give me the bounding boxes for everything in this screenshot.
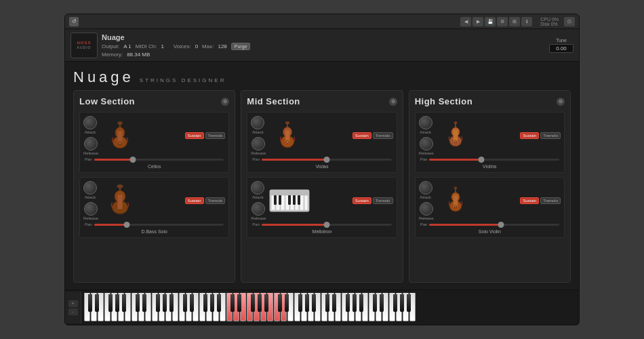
solo-violin-tremolo-btn[interactable]: Tremolo bbox=[540, 197, 561, 204]
white-key[interactable] bbox=[138, 293, 144, 321]
white-key[interactable] bbox=[111, 293, 117, 321]
solo-violin-pan-slider[interactable] bbox=[429, 224, 559, 226]
settings-btn[interactable]: ⚙ bbox=[497, 17, 508, 26]
mellotron-attack-knob[interactable] bbox=[251, 181, 264, 195]
purge-button[interactable]: Purge bbox=[231, 43, 251, 50]
white-key[interactable] bbox=[328, 293, 334, 321]
white-key[interactable] bbox=[308, 293, 314, 321]
piano-down-btn[interactable]: - bbox=[68, 308, 78, 315]
violins-slider-thumb[interactable] bbox=[479, 157, 485, 163]
white-key[interactable] bbox=[362, 293, 368, 321]
violas-attack-knob[interactable] bbox=[251, 116, 264, 129]
dbass-tremolo-btn[interactable]: Tremolo bbox=[205, 197, 226, 204]
mellotron-slider-thumb[interactable] bbox=[323, 222, 329, 228]
expand-btn[interactable]: ⊡ bbox=[564, 17, 575, 26]
dbass-attack-knob[interactable] bbox=[83, 181, 97, 195]
white-key[interactable] bbox=[301, 293, 307, 321]
white-key[interactable] bbox=[267, 293, 273, 321]
info-btn[interactable]: ℹ bbox=[521, 17, 532, 26]
tune-display[interactable]: 0.00 bbox=[549, 44, 573, 53]
white-key[interactable] bbox=[355, 293, 361, 321]
white-key[interactable] bbox=[233, 293, 239, 321]
cellos-release-knob[interactable] bbox=[84, 137, 98, 151]
cellos-tremolo-btn[interactable]: Tremolo bbox=[205, 132, 226, 139]
mellotron-release-knob[interactable] bbox=[251, 202, 265, 216]
violins-pan-slider[interactable] bbox=[429, 159, 559, 161]
white-key[interactable] bbox=[104, 293, 110, 321]
solo-violin-slider-thumb[interactable] bbox=[498, 222, 504, 228]
white-key[interactable] bbox=[294, 293, 300, 321]
solo-violin-sustain-btn[interactable]: Sustain bbox=[520, 197, 539, 204]
white-key[interactable] bbox=[125, 293, 131, 321]
white-key[interactable] bbox=[403, 293, 409, 321]
white-key[interactable] bbox=[342, 293, 348, 321]
white-key[interactable] bbox=[240, 293, 246, 321]
refresh-icon[interactable]: ↺ bbox=[69, 17, 79, 26]
white-key[interactable] bbox=[199, 293, 205, 321]
piano-up-btn[interactable]: + bbox=[68, 300, 78, 307]
violas-tremolo-btn[interactable]: Tremolo bbox=[373, 132, 393, 139]
dbass-pan-slider[interactable] bbox=[94, 224, 224, 226]
solo-violin-attack-knob[interactable] bbox=[419, 181, 432, 195]
white-key[interactable] bbox=[226, 293, 233, 321]
white-key[interactable] bbox=[382, 293, 388, 321]
white-key[interactable] bbox=[335, 293, 341, 321]
cellos-slider-thumb[interactable] bbox=[130, 157, 136, 163]
white-key[interactable] bbox=[159, 293, 165, 321]
white-key[interactable] bbox=[84, 293, 90, 321]
cellos-pan-slider[interactable] bbox=[94, 159, 224, 161]
mellotron-sustain-btn[interactable]: Sustain bbox=[353, 197, 371, 204]
white-key[interactable] bbox=[321, 293, 327, 321]
white-key[interactable] bbox=[348, 293, 355, 321]
high-section-gear-icon[interactable]: ⚙ bbox=[557, 98, 565, 106]
white-key[interactable] bbox=[213, 293, 219, 321]
violins-sustain-btn[interactable]: Sustain bbox=[520, 132, 539, 139]
white-key[interactable] bbox=[145, 293, 151, 321]
grid-btn[interactable]: ⊞ bbox=[509, 17, 520, 26]
white-key[interactable] bbox=[193, 293, 199, 321]
white-key[interactable] bbox=[315, 293, 321, 321]
white-key[interactable] bbox=[287, 293, 294, 321]
white-key[interactable] bbox=[396, 293, 402, 321]
white-key[interactable] bbox=[376, 293, 382, 321]
white-key[interactable] bbox=[274, 293, 280, 321]
white-key[interactable] bbox=[206, 293, 212, 321]
white-key[interactable] bbox=[260, 293, 266, 321]
dbass-release-knob[interactable] bbox=[84, 202, 98, 216]
white-key[interactable] bbox=[220, 293, 226, 321]
cellos-sustain-btn[interactable]: Sustain bbox=[185, 132, 204, 139]
violins-tremolo-btn[interactable]: Tremolo bbox=[540, 132, 561, 139]
white-key[interactable] bbox=[91, 293, 97, 321]
white-key[interactable] bbox=[389, 293, 395, 321]
white-key[interactable] bbox=[172, 293, 178, 321]
white-key[interactable] bbox=[152, 293, 158, 321]
solo-violin-release-knob[interactable] bbox=[420, 202, 433, 216]
violins-attack-knob[interactable] bbox=[419, 116, 432, 129]
violas-sustain-btn[interactable]: Sustain bbox=[353, 132, 371, 139]
white-key[interactable] bbox=[132, 293, 138, 321]
low-section-gear-icon[interactable]: ⚙ bbox=[221, 98, 229, 106]
white-key[interactable] bbox=[409, 293, 416, 321]
keyboard-wrap[interactable] bbox=[81, 292, 579, 323]
white-key[interactable] bbox=[369, 293, 375, 321]
nav-right-btn[interactable]: ▶ bbox=[472, 17, 483, 26]
white-key[interactable] bbox=[254, 293, 260, 321]
white-key[interactable] bbox=[281, 293, 287, 321]
nav-left-btn[interactable]: ◀ bbox=[460, 17, 471, 26]
white-key[interactable] bbox=[179, 293, 185, 321]
white-key[interactable] bbox=[118, 293, 124, 321]
mid-section-gear-icon[interactable]: ⚙ bbox=[389, 98, 397, 106]
violins-release-knob[interactable] bbox=[420, 137, 433, 151]
white-key[interactable] bbox=[247, 293, 253, 321]
violas-release-knob[interactable] bbox=[251, 137, 265, 151]
mellotron-tremolo-btn[interactable]: Tremolo bbox=[373, 197, 393, 204]
dbass-slider-thumb[interactable] bbox=[123, 222, 129, 228]
white-key[interactable] bbox=[186, 293, 192, 321]
violas-slider-thumb[interactable] bbox=[323, 157, 329, 163]
mellotron-pan-slider[interactable] bbox=[262, 224, 392, 226]
dbass-sustain-btn[interactable]: Sustain bbox=[185, 197, 204, 204]
white-key[interactable] bbox=[165, 293, 172, 321]
cellos-attack-knob[interactable] bbox=[83, 116, 97, 129]
white-key[interactable] bbox=[98, 293, 104, 321]
save-btn[interactable]: 💾 bbox=[485, 17, 496, 26]
